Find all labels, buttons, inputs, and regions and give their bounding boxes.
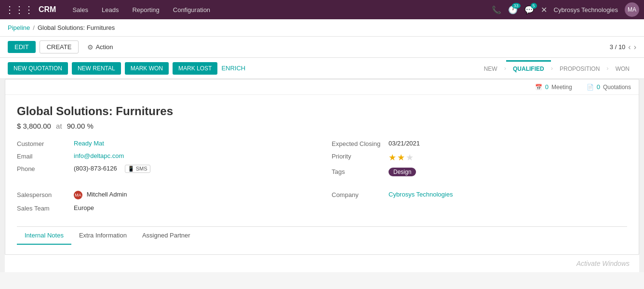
action-button[interactable]: ⚙ Action (87, 43, 113, 51)
topnav-menu: Sales Leads Reporting Configuration (66, 0, 217, 19)
meeting-stat[interactable]: 📅 0 Meeting (535, 83, 572, 91)
company-label: Cybrosys Technologies (554, 6, 618, 13)
field-sales-team: Sales Team Europe (17, 204, 312, 212)
mark-won-button[interactable]: MARK WON (125, 62, 169, 75)
actionbar: EDIT CREATE ⚙ Action 3 / 10 ‹ › (0, 37, 644, 58)
fields-right: Expected Closing 03/21/2021 Priority ★ ★… (332, 140, 627, 181)
field-phone: Phone (803)-873-6126 📱 SMS (17, 165, 312, 173)
fields-left: Customer Ready Mat Email info@deltapc.co… (17, 140, 312, 181)
tag-design[interactable]: Design (389, 168, 416, 176)
deal-amount: $ 3,800.00 at 90.00 % (17, 122, 627, 130)
chat-icon[interactable]: 💬 5 (524, 5, 534, 14)
edit-button[interactable]: EDIT (8, 41, 36, 53)
sales-team-value: Europe (74, 204, 94, 211)
quotations-stat[interactable]: 📄 0 Quotations (587, 83, 631, 91)
nav-counter: 3 / 10 ‹ › (610, 43, 636, 52)
brand-label: CRM (39, 5, 56, 14)
breadcrumb-sep: / (33, 24, 35, 31)
star-3[interactable]: ★ (406, 152, 414, 163)
customer-value[interactable]: Ready Mat (74, 140, 104, 147)
priority-stars[interactable]: ★ ★ ★ (389, 152, 414, 163)
field-customer: Customer Ready Mat (17, 140, 312, 147)
field-email: Email info@deltapc.com (17, 152, 312, 160)
amount-value: $ 3,800.00 (17, 122, 51, 130)
enrich-button[interactable]: ENRICH (221, 65, 245, 72)
fields-right-2: Company Cybrosys Technologies (332, 191, 627, 217)
new-quotation-button[interactable]: NEW QUOTATION (8, 62, 68, 75)
clock-icon[interactable]: 🕐 33 (508, 5, 518, 14)
salesperson-avatar: MA (74, 191, 82, 199)
nav-item-reporting[interactable]: Reporting (125, 0, 166, 19)
quotation-count: 0 (597, 83, 600, 91)
new-rental-button[interactable]: NEW RENTAL (72, 62, 121, 75)
tab-internal-notes[interactable]: Internal Notes (17, 227, 71, 245)
breadcrumb-pipeline[interactable]: Pipeline (8, 24, 30, 31)
topnav: ⋮⋮⋮ CRM Sales Leads Reporting Configurat… (0, 0, 644, 19)
salesperson-label: Salesperson (17, 191, 70, 198)
statusbar: NEW QUOTATION NEW RENTAL MARK WON MARK L… (0, 58, 644, 79)
clock-badge: 33 (512, 3, 521, 9)
gear-icon: ⚙ (87, 43, 94, 51)
company-value[interactable]: Cybrosys Technologies (389, 191, 453, 198)
salesperson-value: MA Mitchell Admin (74, 191, 127, 199)
percent-sign: % (87, 122, 93, 130)
main-content: 📅 0 Meeting 📄 0 Quotations Global Soluti… (0, 79, 644, 272)
deal-card: 📅 0 Meeting 📄 0 Quotations Global Soluti… (5, 79, 639, 255)
grid-icon[interactable]: ⋮⋮⋮ (5, 4, 34, 15)
topnav-right: 📞 🕐 33 💬 5 ✕ Cybrosys Technologies MA (492, 2, 639, 17)
card-body: Global Solutions: Furnitures $ 3,800.00 … (5, 95, 639, 254)
at-label: at (56, 122, 62, 130)
breadcrumb: Pipeline / Global Solutions: Furnitures (0, 19, 644, 37)
stage-new[interactable]: NEW (477, 60, 504, 76)
fields-left-2: Salesperson MA Mitchell Admin Sales Team… (17, 191, 312, 217)
nav-item-leads[interactable]: Leads (95, 0, 125, 19)
next-arrow[interactable]: › (634, 43, 636, 52)
field-expected-closing: Expected Closing 03/21/2021 (332, 140, 627, 147)
expected-closing-label: Expected Closing (332, 140, 385, 147)
avatar[interactable]: MA (625, 2, 639, 17)
email-value[interactable]: info@deltapc.com (74, 152, 124, 159)
fields-grid-2: Salesperson MA Mitchell Admin Sales Team… (17, 191, 627, 217)
sales-team-label: Sales Team (17, 204, 70, 212)
create-button[interactable]: CREATE (40, 40, 79, 53)
calendar-icon: 📅 (535, 84, 542, 91)
tabs: Internal Notes Extra Information Assigne… (17, 226, 627, 245)
stage-qualified[interactable]: QUALIFIED (506, 60, 551, 76)
mark-lost-button[interactable]: MARK LOST (173, 62, 217, 75)
quotation-label: Quotations (603, 84, 631, 91)
tab-assigned-partner[interactable]: Assigned Partner (134, 227, 198, 245)
nav-item-sales[interactable]: Sales (66, 0, 95, 19)
meeting-count: 0 (545, 83, 549, 91)
pipeline-stages: NEW › QUALIFIED › PROPOSITION › WON (477, 60, 636, 76)
field-salesperson: Salesperson MA Mitchell Admin (17, 191, 312, 199)
prev-arrow[interactable]: ‹ (628, 43, 631, 52)
close-icon[interactable]: ✕ (541, 5, 547, 14)
phone-icon[interactable]: 📞 (492, 5, 501, 14)
priority-label: Priority (332, 152, 385, 160)
stage-proposition[interactable]: PROPOSITION (553, 60, 606, 76)
star-2[interactable]: ★ (397, 152, 405, 163)
phone-label: Phone (17, 165, 70, 172)
customer-label: Customer (17, 140, 70, 147)
field-company: Company Cybrosys Technologies (332, 191, 627, 198)
meeting-label: Meeting (551, 84, 572, 91)
stage-won[interactable]: WON (609, 60, 636, 76)
nav-item-configuration[interactable]: Configuration (166, 0, 217, 19)
field-tags: Tags Design (332, 168, 627, 176)
expected-closing-value: 03/21/2021 (389, 140, 420, 147)
sms-button[interactable]: 📱 SMS (125, 165, 150, 173)
star-1[interactable]: ★ (389, 152, 396, 163)
watermark: Activate Windows (5, 255, 639, 272)
deal-title: Global Solutions: Furnitures (17, 105, 627, 118)
card-info-bar: 📅 0 Meeting 📄 0 Quotations (5, 79, 639, 95)
counter-value: 3 / 10 (610, 43, 626, 51)
email-label: Email (17, 152, 70, 160)
chat-badge: 5 (531, 3, 537, 9)
tab-extra-information[interactable]: Extra Information (71, 227, 134, 245)
company-label-field: Company (332, 191, 385, 198)
breadcrumb-current: Global Solutions: Furnitures (38, 24, 115, 31)
phone-value: (803)-873-6126 (74, 165, 117, 172)
fields-grid-1: Customer Ready Mat Email info@deltapc.co… (17, 140, 627, 181)
file-icon: 📄 (587, 84, 594, 91)
field-priority: Priority ★ ★ ★ (332, 152, 627, 163)
